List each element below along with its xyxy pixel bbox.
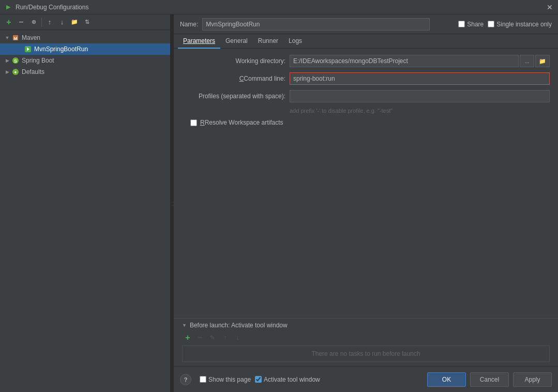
spring-boot-icon: S: [11, 56, 20, 65]
share-checkbox[interactable]: [458, 21, 465, 27]
before-launch-toolbar: + − ✎ ↑ ↓: [182, 332, 550, 343]
single-instance-label[interactable]: Single instance only: [488, 21, 552, 28]
main-layout: + − ⊕ ↑ ↓ 📁 ⇅ ▼: [0, 14, 558, 392]
config-name-input[interactable]: [202, 18, 430, 31]
bl-down-button[interactable]: ↓: [232, 332, 243, 343]
tree-item-defaults[interactable]: ▶ ✦ Defaults: [0, 66, 170, 78]
tab-content-parameters: Working directory: ... 📁 CCommand line:: [174, 49, 558, 318]
working-dir-input-group: ... 📁: [290, 55, 550, 67]
defaults-expand-arrow: ▶: [4, 69, 10, 75]
maven-icon: M: [11, 34, 20, 42]
before-launch-title: Before launch: Activate tool window: [190, 322, 288, 329]
working-dir-row: Working directory: ... 📁: [182, 55, 550, 67]
resolve-artifacts-label: RResolve Workspace artifacts: [200, 119, 283, 126]
maven-expand-arrow: ▼: [4, 35, 10, 41]
svg-text:M: M: [14, 36, 18, 41]
title-bar-text: Run/Debug Configurations: [16, 4, 546, 11]
tree-item-springboot[interactable]: ▶ S Spring Boot: [0, 55, 170, 66]
activate-window-label[interactable]: Activate tool window: [255, 376, 320, 383]
command-line-label: CCommand line:: [182, 75, 285, 82]
before-launch-arrow: ▼: [182, 323, 187, 328]
header-right-options: Share Single instance only: [458, 21, 552, 28]
add-config-button[interactable]: +: [3, 17, 14, 28]
left-panel: + − ⊕ ↑ ↓ 📁 ⇅ ▼: [0, 14, 171, 392]
folder-button[interactable]: 📁: [69, 17, 80, 28]
ok-button[interactable]: OK: [427, 372, 466, 387]
tree-item-mvnspringbootrun[interactable]: ▶ MvnSpringBootRun: [0, 43, 170, 55]
svg-text:S: S: [14, 58, 17, 64]
move-down-button[interactable]: ↓: [56, 17, 68, 28]
working-dir-browse-button[interactable]: ...: [520, 55, 534, 67]
tab-parameters[interactable]: Parameters: [178, 34, 220, 49]
sort-button[interactable]: ⇅: [81, 17, 93, 28]
profiles-label: Profiles (separated with space):: [182, 93, 285, 100]
share-label[interactable]: Share: [458, 21, 484, 28]
springboot-label: Spring Boot: [22, 57, 54, 64]
config-tree: ▼ M Maven ▶ MvnSpringBootRun ▶: [0, 30, 170, 392]
run-config-icon: [24, 45, 32, 53]
bl-edit-button[interactable]: ✎: [207, 332, 218, 343]
right-panel: Name: Share Single instance only Paramet…: [174, 14, 558, 392]
name-label: Name:: [180, 21, 198, 28]
command-line-input[interactable]: [290, 72, 550, 85]
before-launch-empty: There are no tasks to run before launch: [182, 345, 550, 362]
close-button[interactable]: ✕: [546, 3, 554, 11]
show-page-checkbox[interactable]: [200, 376, 206, 383]
tabs-row: Parameters General Runner Logs: [174, 34, 558, 49]
config-header: Name: Share Single instance only: [174, 14, 558, 34]
bottom-bar: ? Show this page Activate tool window OK…: [174, 366, 558, 392]
toolbar-separator: [41, 18, 42, 27]
profiles-row: Profiles (separated with space):: [182, 90, 550, 102]
defaults-label: Defaults: [22, 68, 44, 76]
tab-general[interactable]: General: [220, 34, 253, 49]
mvnspringbootrun-label: MvnSpringBootRun: [34, 46, 88, 53]
show-page-label[interactable]: Show this page: [200, 376, 251, 383]
maven-label: Maven: [22, 34, 40, 41]
defaults-icon: ✦: [11, 68, 20, 76]
working-dir-input[interactable]: [290, 55, 519, 67]
tab-runner[interactable]: Runner: [253, 34, 283, 49]
remove-config-button[interactable]: −: [16, 17, 27, 28]
resolve-artifacts-checkbox[interactable]: [190, 119, 197, 126]
title-bar: ▶ Run/Debug Configurations ✕: [0, 0, 558, 14]
bl-add-button[interactable]: +: [182, 332, 193, 343]
springboot-expand-arrow: ▶: [4, 57, 10, 64]
profiles-input[interactable]: [290, 90, 550, 102]
app-icon: ▶: [4, 3, 12, 11]
move-up-button[interactable]: ↑: [44, 17, 55, 28]
tree-item-maven[interactable]: ▼ M Maven: [0, 32, 170, 43]
cancel-button[interactable]: Cancel: [470, 372, 509, 387]
resolve-artifacts-row: RResolve Workspace artifacts: [190, 119, 550, 126]
left-toolbar: + − ⊕ ↑ ↓ 📁 ⇅: [0, 14, 170, 30]
apply-button[interactable]: Apply: [513, 372, 552, 387]
profiles-hint: add prefix '-' to disable profile, e.g. …: [290, 108, 550, 114]
single-instance-checkbox[interactable]: [488, 21, 494, 27]
activate-window-checkbox[interactable]: [255, 376, 262, 383]
before-launch-section: ▼ Before launch: Activate tool window + …: [174, 318, 558, 366]
svg-text:✦: ✦: [13, 70, 18, 75]
tab-logs[interactable]: Logs: [283, 34, 307, 49]
bl-remove-button[interactable]: −: [194, 332, 206, 343]
before-launch-header[interactable]: ▼ Before launch: Activate tool window: [182, 319, 550, 332]
copy-config-button[interactable]: ⊕: [28, 17, 39, 28]
working-dir-folder-button[interactable]: 📁: [535, 55, 550, 67]
command-line-row: CCommand line:: [182, 72, 550, 85]
bottom-right-buttons: OK Cancel Apply: [427, 372, 552, 387]
bl-up-button[interactable]: ↑: [219, 332, 231, 343]
working-dir-label: Working directory:: [182, 57, 285, 65]
help-button[interactable]: ?: [180, 374, 191, 385]
